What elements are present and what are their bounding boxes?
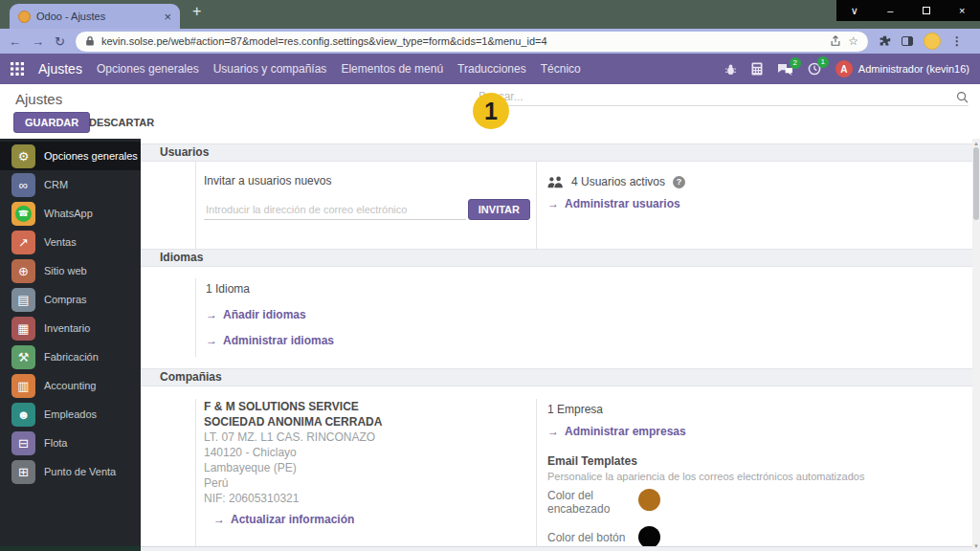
tab-title: Odoo - Ajustes [36, 11, 158, 22]
restore-button[interactable] [908, 0, 945, 21]
messages-icon[interactable]: 2 [777, 63, 793, 76]
add-languages-link[interactable]: → Añadir idiomas [206, 308, 972, 321]
sidebar-item-flota[interactable]: ⊟ Flota [0, 429, 141, 457]
close-button[interactable]: × [945, 0, 980, 21]
search-icon[interactable] [956, 91, 969, 103]
button-color-swatch[interactable] [638, 526, 660, 548]
car-icon: ⊟ [11, 431, 35, 455]
header-color-swatch[interactable] [638, 489, 660, 511]
save-button[interactable]: GUARDAR [13, 112, 90, 133]
user-avatar: A [835, 60, 853, 77]
next-section-peek [141, 546, 972, 551]
invite-button[interactable]: INVITAR [468, 199, 530, 220]
sales-chart-icon: ↗ [11, 231, 35, 254]
share-icon[interactable] [830, 35, 841, 47]
company-info-box: F & M SOLUTIONS SERVICE SOCIEDAD ANONIMA… [195, 399, 530, 548]
sidebar-item-ventas[interactable]: ↗ Ventas [0, 228, 141, 256]
address-bar[interactable]: kevin.solse.pe/web#action=87&model=res.c… [76, 32, 868, 52]
purchase-card-icon: ▤ [11, 288, 35, 312]
reload-icon[interactable]: ↻ [55, 35, 65, 48]
button-color-row: Color del botón [547, 526, 972, 548]
user-menu[interactable]: A Administrador (kevin16) [835, 60, 969, 77]
menu-tecnico[interactable]: Técnico [541, 62, 581, 76]
help-icon[interactable]: ? [673, 176, 685, 188]
search-input[interactable]: Buscar... [479, 88, 969, 106]
browser-profile-avatar[interactable] [924, 33, 941, 50]
apps-grid-icon[interactable] [11, 62, 24, 76]
idioma-count: 1 Idioma [206, 278, 972, 296]
email-templates-title: Email Templates [547, 454, 972, 468]
wrench-icon: ⚒ [11, 345, 35, 369]
email-templates-desc: Personalice la apariencia de los correos… [547, 471, 972, 482]
manage-users-link[interactable]: → Administrar usuarios [547, 197, 972, 210]
link-arrow-icon: → [206, 308, 217, 321]
manage-languages-link[interactable]: → Administrar idiomas [206, 334, 972, 347]
menu-opciones-generales[interactable]: Opciones generales [97, 62, 199, 76]
sidebar-item-crm[interactable]: ∞ CRM [0, 170, 141, 199]
header-color-row: Color del encabezado [547, 489, 972, 516]
bookmark-star-icon[interactable]: ☆ [848, 35, 858, 47]
invite-label: Invitar a usuarios nuevos [204, 162, 530, 187]
menu-elementos-menu[interactable]: Elementos de menú [341, 62, 443, 76]
company-address-line: Lambayeque (PE) [204, 460, 530, 475]
new-tab-button[interactable]: + [192, 3, 201, 20]
sidebar-item-fabricacion[interactable]: ⚒ Fabricación [0, 342, 141, 371]
sidebar-item-compras[interactable]: ▤ Compras [0, 285, 141, 314]
odoo-favicon [18, 11, 31, 23]
browser-menu-icon[interactable]: ⋮ [951, 34, 963, 48]
activities-clock-icon[interactable]: 1 [808, 62, 821, 76]
pos-icon: ⊞ [11, 460, 35, 484]
sidebar-item-punto-de-venta[interactable]: ⊞ Punto de Venta [0, 457, 141, 486]
back-icon[interactable]: ← [9, 35, 21, 48]
globe-icon: ⊕ [11, 259, 35, 283]
link-arrow-icon: → [547, 425, 559, 438]
button-color-label: Color del botón [547, 531, 638, 544]
chrome-actions: ⋮ [879, 33, 963, 50]
header-color-label: Color del encabezado [547, 489, 638, 516]
update-info-link[interactable]: → Actualizar información [213, 513, 530, 526]
settings-header: Ajustes GUARDAR DESCARTAR Buscar... 1 [0, 84, 980, 139]
app-title[interactable]: Ajustes [38, 61, 82, 77]
forward-icon[interactable]: → [32, 35, 44, 48]
scroll-down-icon[interactable]: ▼ [972, 543, 980, 549]
employees-icon: ☻ [11, 403, 35, 427]
browser-toolbar: ← → ↻ kevin.solse.pe/web#action=87&model… [0, 29, 980, 54]
scrollbar-thumb[interactable] [973, 147, 979, 220]
sidebar-item-sitio-web[interactable]: ⊕ Sitio web [0, 256, 141, 285]
scroll-up-icon[interactable]: ▲ [972, 141, 980, 146]
discard-button[interactable]: DESCARTAR [89, 117, 154, 128]
tab-close-icon[interactable]: × [164, 11, 171, 23]
workspace: ⚙ Opciones generales ∞ CRM ☎ WhatsApp ↗ … [0, 139, 980, 551]
inventory-box-icon: ▦ [11, 317, 35, 341]
company-count: 1 Empresa [547, 399, 972, 416]
annotation-badge-1: 1 [473, 93, 509, 129]
invite-email-input[interactable] [204, 199, 466, 220]
calculator-icon[interactable] [751, 62, 763, 76]
content-scrollbar[interactable]: ▲ ▼ [972, 139, 980, 551]
activities-badge: 1 [817, 56, 829, 68]
sidebar-item-whatsapp[interactable]: ☎ WhatsApp [0, 199, 141, 228]
sidebar-item-opciones-generales[interactable]: ⚙ Opciones generales [0, 142, 141, 170]
sidebar-item-empleados[interactable]: ☻ Empleados [0, 400, 141, 429]
usuarios-block: Invitar a usuarios nuevos INVITAR [141, 162, 972, 249]
sidebar-item-accounting[interactable]: ▥ Accounting [0, 371, 141, 400]
whatsapp-icon: ☎ [11, 202, 35, 226]
menu-usuarios-companias[interactable]: Usuarios y compañías [213, 62, 327, 76]
extensions-puzzle-icon[interactable] [879, 35, 891, 48]
tab-search-button[interactable]: ∨ [836, 0, 873, 21]
minimize-button[interactable]: – [873, 0, 909, 21]
lock-icon [85, 35, 95, 47]
url-text[interactable]: kevin.solse.pe/web#action=87&model=res.c… [101, 35, 823, 47]
restore-icon [923, 7, 930, 14]
breadcrumb: Ajustes [15, 91, 62, 107]
screen: Odoo - Ajustes × + ∨ – × ← → ↻ kevin.sol… [0, 0, 980, 551]
settings-sidebar: ⚙ Opciones generales ∞ CRM ☎ WhatsApp ↗ … [0, 139, 141, 551]
debug-bug-icon[interactable] [724, 63, 737, 76]
sidebar-item-inventario[interactable]: ▦ Inventario [0, 314, 141, 342]
section-idiomas: Idiomas [141, 249, 972, 267]
menu-traducciones[interactable]: Traducciones [457, 62, 526, 76]
manage-companies-link[interactable]: → Administrar empresas [547, 425, 972, 438]
company-address-line: LT. 07 MZ. L1 CAS. RINCONAZO [204, 430, 530, 445]
browser-tab[interactable]: Odoo - Ajustes × [10, 4, 180, 29]
side-panel-icon[interactable] [902, 36, 913, 46]
